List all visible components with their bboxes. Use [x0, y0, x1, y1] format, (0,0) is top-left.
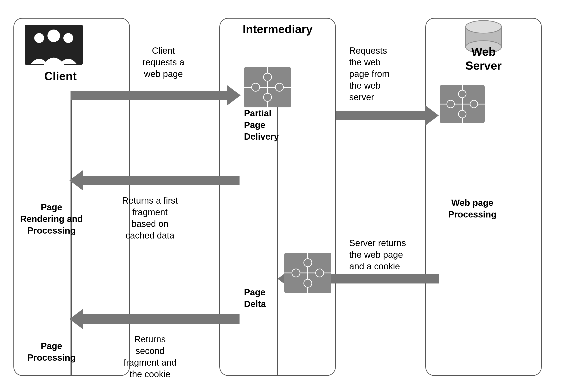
svg-point-23 — [447, 100, 454, 108]
svg-point-1 — [48, 29, 60, 42]
intermediary-label: Intermediary — [219, 22, 336, 36]
partial-page-delivery-label: PartialPageDelivery — [244, 107, 311, 142]
svg-point-7 — [466, 21, 501, 33]
svg-point-30 — [292, 269, 300, 277]
page-rendering-label: PageRendering andProcessing — [18, 201, 85, 236]
svg-point-3 — [63, 33, 73, 43]
page-delta-label: PageDelta — [244, 286, 289, 310]
arrow1 — [71, 89, 241, 101]
webserver-label: WebServer — [425, 45, 542, 73]
svg-point-25 — [459, 110, 466, 118]
webpage-processing-label: Web pageProcessing — [439, 197, 506, 220]
svg-point-16 — [252, 83, 260, 91]
svg-point-24 — [470, 100, 478, 108]
arrow3 — [69, 175, 240, 186]
arrow5 — [69, 313, 240, 325]
arrow2-label: Requeststhe webpage fromthe webserver — [349, 45, 439, 103]
svg-point-32 — [304, 279, 312, 287]
svg-point-29 — [304, 259, 312, 267]
diagram-container: Client Intermediary WebServer Clientrequ… — [0, 0, 563, 392]
svg-point-15 — [264, 73, 271, 81]
arrow1-label: Clientrequests aweb page — [107, 45, 219, 80]
arrow3-label: Returns a firstfragmentbased oncached da… — [94, 195, 206, 241]
svg-point-31 — [316, 269, 324, 277]
puzzle-icon-2 — [440, 85, 485, 123]
puzzle-icon-3 — [284, 253, 331, 293]
arrow2 — [336, 110, 439, 121]
page-processing-label: PageProcessing — [18, 340, 85, 363]
puzzle-icon-1 — [244, 67, 291, 107]
svg-point-22 — [459, 90, 466, 98]
client-label: Client — [18, 69, 103, 83]
svg-point-17 — [275, 83, 283, 91]
client-people-icon — [22, 22, 85, 67]
arrow5-label: Returnssecondfragment andthe cookie — [94, 333, 206, 380]
arrow4-label: Server returnsthe web pageand a cookie — [349, 237, 434, 272]
svg-point-2 — [34, 33, 44, 43]
svg-point-18 — [264, 93, 271, 101]
